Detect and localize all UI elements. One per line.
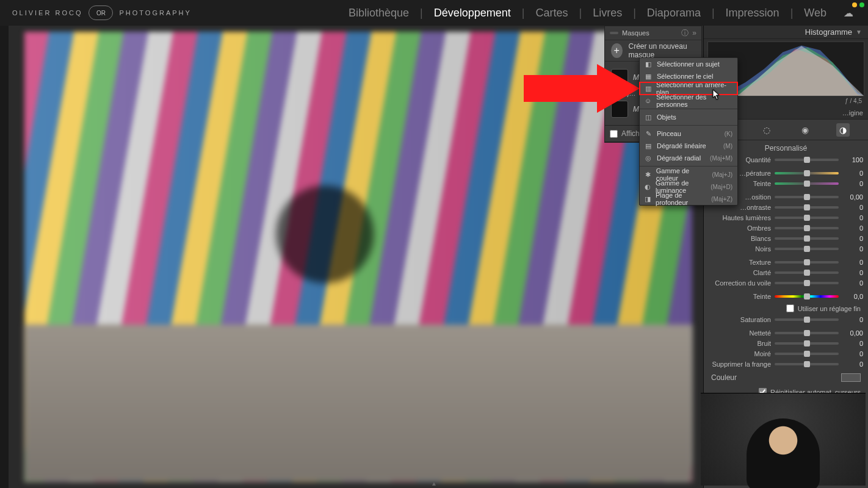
menu-brush[interactable]: ✎ Pinceau (K) bbox=[640, 127, 737, 140]
slider-texture[interactable]: Texture 0 bbox=[709, 257, 863, 267]
create-mask-label: Créer un nouveau masque bbox=[629, 42, 696, 59]
reglage-fin-checkbox[interactable] bbox=[786, 304, 794, 312]
color-range-icon: ✱ bbox=[645, 171, 651, 179]
slider-moire[interactable]: Moiré 0 bbox=[709, 349, 863, 359]
subject-icon: ◧ bbox=[645, 60, 652, 68]
redeye-tool-icon[interactable]: ◉ bbox=[798, 123, 812, 137]
top-bar: OLIVIER ROCQ OR PHOTOGRAPHY Bibliothèque… bbox=[0, 0, 868, 26]
slider-ombres[interactable]: Ombres 0 bbox=[709, 223, 863, 233]
menu-depth-range[interactable]: ◨ Plage de profondeur (Maj+Z) bbox=[640, 193, 737, 205]
logo-emblem: OR bbox=[89, 5, 113, 20]
presenter-figure bbox=[747, 418, 820, 488]
menu-radial-gradient[interactable]: ◎ Dégradé radial (Maj+M) bbox=[640, 152, 737, 164]
slider-blancs[interactable]: Blancs 0 bbox=[709, 234, 863, 243]
show-overlay-checkbox[interactable] bbox=[610, 130, 618, 138]
annotation-arrow bbox=[524, 64, 640, 113]
logo-text-right: PHOTOGRAPHY bbox=[119, 9, 191, 16]
histogram-header[interactable]: Histogramme ▼ bbox=[704, 26, 868, 39]
slider-bruit[interactable]: Bruit 0 bbox=[709, 339, 863, 348]
slider-frange[interactable]: Supprimer la frange 0 bbox=[709, 359, 863, 369]
grip-icon bbox=[610, 32, 618, 34]
svg-marker-0 bbox=[524, 64, 640, 113]
chevron-down-icon: ▼ bbox=[856, 29, 862, 35]
mask-tool-icon[interactable]: ◑ bbox=[836, 123, 850, 137]
module-develop[interactable]: Développement bbox=[432, 7, 513, 20]
menu-select-sky[interactable]: ▦ Sélectionner le ciel bbox=[640, 70, 737, 82]
module-switcher: Bibliothèque| Développement| Cartes| Liv… bbox=[346, 7, 856, 20]
background-icon: ▥ bbox=[645, 85, 651, 93]
slider-hautes[interactable]: Hautes lumières 0 bbox=[709, 213, 863, 223]
depth-range-icon: ◨ bbox=[645, 195, 651, 203]
slider-teinte-hue[interactable]: Teinte 0,0 bbox=[709, 292, 863, 301]
collapse-icon[interactable]: » bbox=[692, 29, 696, 37]
masks-panel-header[interactable]: Masques ⓘ » bbox=[605, 26, 701, 40]
add-mask-button[interactable]: + bbox=[611, 43, 623, 58]
heal-tool-icon[interactable]: ◌ bbox=[760, 123, 773, 137]
info-icon[interactable]: ⓘ bbox=[681, 28, 689, 38]
module-slideshow[interactable]: Diaporama bbox=[645, 7, 703, 20]
linear-gradient-icon: ▤ bbox=[645, 142, 652, 150]
menu-linear-gradient[interactable]: ▤ Dégradé linéaire (M) bbox=[640, 140, 737, 152]
masks-title: Masques bbox=[622, 29, 649, 37]
brush-icon: ✎ bbox=[645, 130, 652, 138]
module-web[interactable]: Web bbox=[801, 7, 829, 20]
slider-clarte[interactable]: Clarté 0 bbox=[709, 268, 863, 278]
radial-gradient-icon: ◎ bbox=[645, 154, 652, 162]
slider-voile[interactable]: Correction du voile 0 bbox=[709, 278, 863, 288]
color-row[interactable]: Couleur bbox=[709, 370, 863, 386]
luminance-range-icon: ◐ bbox=[645, 183, 651, 191]
menu-select-subject[interactable]: ◧ Sélectionner un sujet bbox=[640, 58, 737, 70]
mask-type-menu: ◧ Sélectionner un sujet ▦ Sélectionner l… bbox=[639, 57, 738, 206]
logo-text-left: OLIVIER ROCQ bbox=[12, 9, 82, 16]
color-swatch[interactable] bbox=[841, 373, 861, 382]
window-traffic-lights bbox=[852, 2, 864, 7]
slider-saturation[interactable]: Saturation 0 bbox=[709, 315, 863, 325]
module-print[interactable]: Impression bbox=[723, 7, 782, 20]
objects-icon: ◫ bbox=[645, 113, 652, 121]
histogram-title: Histogramme bbox=[805, 27, 852, 37]
checkbox-reglage-fin[interactable]: Utiliser un réglage fin bbox=[709, 302, 863, 315]
webcam-overlay bbox=[701, 393, 866, 486]
meta-aperture: ƒ / 4,5 bbox=[845, 98, 862, 104]
cloud-sync-icon[interactable]: ☁ bbox=[841, 7, 856, 19]
menu-luminance-range[interactable]: ◐ Gamme de luminance (Maj+D) bbox=[640, 181, 737, 193]
menu-objects[interactable]: ◫ Objets bbox=[640, 111, 737, 123]
filmstrip-collapse-icon[interactable]: ▲ bbox=[431, 480, 437, 487]
menu-select-people[interactable]: ☺ Sélectionner des personnes bbox=[640, 95, 737, 107]
left-panel-collapsed[interactable] bbox=[0, 26, 9, 488]
menu-color-range[interactable]: ✱ Gamme de couleur (Maj+J) bbox=[640, 168, 737, 181]
module-book[interactable]: Livres bbox=[590, 7, 624, 20]
people-icon: ☺ bbox=[645, 97, 651, 104]
sky-icon: ▦ bbox=[645, 73, 652, 81]
slider-nettete[interactable]: Netteté 0,00 bbox=[709, 328, 863, 338]
module-map[interactable]: Cartes bbox=[533, 7, 570, 20]
menu-select-background[interactable]: ▥ Sélectionner un arrière-plan bbox=[640, 82, 737, 95]
module-library[interactable]: Bibliothèque bbox=[346, 7, 411, 20]
identity-plate: OLIVIER ROCQ OR PHOTOGRAPHY bbox=[12, 5, 192, 20]
slider-noirs[interactable]: Noirs 0 bbox=[709, 244, 863, 254]
